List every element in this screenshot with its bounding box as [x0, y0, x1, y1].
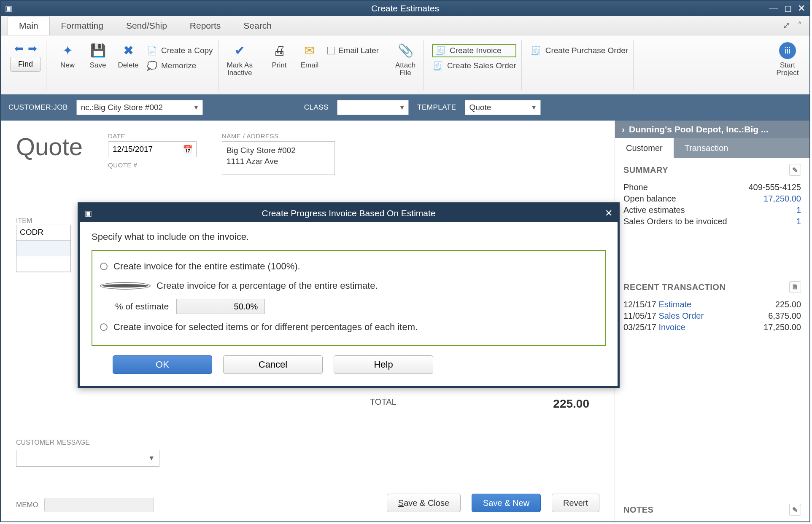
option-selected-items[interactable]: Create invoice for selected items or for…: [100, 317, 597, 337]
print-button[interactable]: 🖨 Print: [267, 42, 292, 70]
progress-invoice-dialog: ▣ Create Progress Invoice Based On Estim…: [78, 202, 620, 388]
edit-icon[interactable]: ✎: [789, 504, 801, 516]
side-tab-customer[interactable]: Customer: [615, 138, 674, 158]
project-icon: iii: [779, 42, 796, 59]
attach-icon: 📎: [397, 42, 414, 59]
template-select[interactable]: Quote▼: [465, 100, 541, 115]
close-icon[interactable]: ✕: [798, 3, 805, 14]
create-po-button[interactable]: 🧾 Create Purchase Order: [530, 44, 628, 57]
ribbon-tabs: Main Formatting Send/Ship Reports Search…: [1, 16, 809, 35]
checkbox-icon: [327, 47, 335, 54]
notes-label: NOTES: [623, 505, 653, 515]
revert-button[interactable]: Revert: [552, 494, 599, 512]
recent-label: RECENT TRANSACTION: [623, 282, 726, 292]
dialog-buttons: OK Cancel Help: [92, 355, 606, 374]
expand-icon[interactable]: ⤢: [783, 20, 790, 30]
side-tabs: Customer Transaction: [615, 138, 809, 158]
side-tab-transaction[interactable]: Transaction: [674, 138, 739, 158]
item-table[interactable]: CODR: [16, 225, 71, 272]
radio-icon: [100, 323, 108, 331]
create-copy-button[interactable]: 📄 Create a Copy: [146, 44, 213, 57]
item-cell-empty[interactable]: [16, 256, 70, 272]
maximize-icon[interactable]: ◻: [784, 3, 792, 14]
tab-formatting[interactable]: Formatting: [50, 16, 115, 35]
recent-link[interactable]: Invoice: [658, 322, 685, 332]
find-button[interactable]: Find: [10, 57, 41, 72]
chevron-down-icon: ▼: [148, 454, 155, 462]
memorize-icon: 💭: [146, 60, 158, 72]
save-close-button[interactable]: Save & Close: [387, 494, 461, 512]
prev-arrow-icon[interactable]: ⬅: [14, 42, 24, 55]
side-panel: › Dunning's Pool Depot, Inc.:Big ... Cus…: [615, 121, 809, 521]
recent-list: 12/15/17 Estimate225.00 11/05/17 Sales O…: [623, 299, 801, 333]
edit-icon[interactable]: ✎: [789, 164, 801, 176]
next-arrow-icon[interactable]: ➡: [28, 42, 37, 55]
class-label: CLASS: [304, 103, 329, 112]
cancel-button[interactable]: Cancel: [223, 355, 323, 374]
report-icon[interactable]: 🗎: [789, 281, 801, 293]
address-box[interactable]: Big City Store #002 1111 Azar Ave: [222, 141, 335, 175]
form-header-bar: CUSTOMER:JOB nc.:Big City Store #002▼ CL…: [1, 94, 809, 121]
date-input[interactable]: 12/15/2017 📅: [108, 141, 197, 157]
memo-label: MEMO: [16, 501, 38, 509]
create-invoice-button[interactable]: 🧾 Create Invoice: [432, 44, 516, 57]
tab-send-ship[interactable]: Send/Ship: [115, 16, 178, 35]
save-icon: 💾: [89, 42, 106, 59]
dialog-menu-icon[interactable]: ▣: [80, 209, 97, 218]
delete-button[interactable]: ✖ Delete: [116, 42, 141, 70]
dialog-body: Specify what to include on the invoice. …: [80, 222, 618, 386]
dialog-close-icon[interactable]: ✕: [605, 208, 612, 219]
create-sales-order-button[interactable]: 🧾 Create Sales Order: [432, 59, 516, 73]
tab-search[interactable]: Search: [232, 16, 283, 35]
summary-list: Phone409-555-4125 Open balance17,250.00 …: [623, 182, 801, 227]
collapse-ribbon-icon[interactable]: ˄: [798, 20, 802, 30]
option-percentage[interactable]: Create invoice for a percentage of the e…: [100, 276, 597, 296]
email-later-checkbox[interactable]: Email Later: [327, 44, 379, 57]
tab-reports[interactable]: Reports: [178, 16, 232, 35]
save-button[interactable]: 💾 Save: [85, 42, 111, 70]
attach-file-button[interactable]: 📎 Attach File: [393, 42, 418, 77]
customer-job-label: CUSTOMER:JOB: [8, 103, 68, 112]
memo-input[interactable]: [44, 498, 154, 512]
dialog-title: Create Progress Invoice Based On Estimat…: [262, 208, 435, 218]
class-select[interactable]: ▼: [337, 100, 409, 115]
recent-link[interactable]: Estimate: [658, 300, 691, 309]
ok-button[interactable]: OK: [113, 355, 212, 374]
side-header[interactable]: › Dunning's Pool Depot, Inc.:Big ...: [615, 121, 809, 138]
side-body: SUMMARY✎ Phone409-555-4125 Open balance1…: [615, 158, 809, 521]
tab-main[interactable]: Main: [8, 16, 50, 35]
radio-icon: [100, 263, 108, 270]
minimize-icon[interactable]: —: [769, 3, 778, 14]
email-icon: ✉: [301, 42, 318, 59]
percent-input[interactable]: [176, 299, 265, 314]
summary-label: SUMMARY: [623, 165, 668, 175]
start-project-button[interactable]: iii Start Project: [775, 42, 800, 77]
calendar-icon[interactable]: 📅: [183, 145, 193, 154]
date-label: DATE: [108, 132, 197, 140]
new-button[interactable]: ✦ New: [55, 42, 80, 70]
window-controls: — ◻ ✕: [769, 3, 805, 14]
total-value: 225.00: [553, 397, 589, 411]
window-menu-icon[interactable]: ▣: [1, 4, 16, 13]
item-cell-empty[interactable]: [16, 241, 70, 256]
help-button[interactable]: Help: [334, 355, 433, 374]
dialog-options: Create invoice for the entire estimate (…: [92, 250, 606, 346]
item-cell[interactable]: CODR: [16, 225, 70, 241]
email-button[interactable]: ✉ Email: [297, 42, 322, 70]
recent-link[interactable]: Sales Order: [658, 311, 704, 320]
percent-label: % of estimate: [115, 301, 169, 312]
memorize-button[interactable]: 💭 Memorize: [146, 59, 213, 73]
print-icon: 🖨: [271, 42, 288, 59]
option-entire-estimate[interactable]: Create invoice for the entire estimate (…: [100, 257, 597, 276]
customer-message-select[interactable]: ▼: [16, 450, 159, 467]
chevron-down-icon: ▼: [193, 104, 199, 111]
radio-icon: [100, 282, 151, 290]
ribbon: ⬅ ➡ Find ✦ New 💾 Save ✖ Delete 📄: [1, 35, 809, 94]
chevron-down-icon: ▼: [531, 104, 537, 111]
invoice-icon: 🧾: [434, 45, 446, 56]
customer-job-select[interactable]: nc.:Big City Store #002▼: [76, 100, 203, 115]
po-icon: 🧾: [530, 45, 542, 56]
save-new-button[interactable]: Save & New: [472, 494, 541, 512]
mark-inactive-button[interactable]: ✔ Mark As Inactive: [227, 42, 253, 77]
address-label: NAME / ADDRESS: [222, 132, 335, 140]
